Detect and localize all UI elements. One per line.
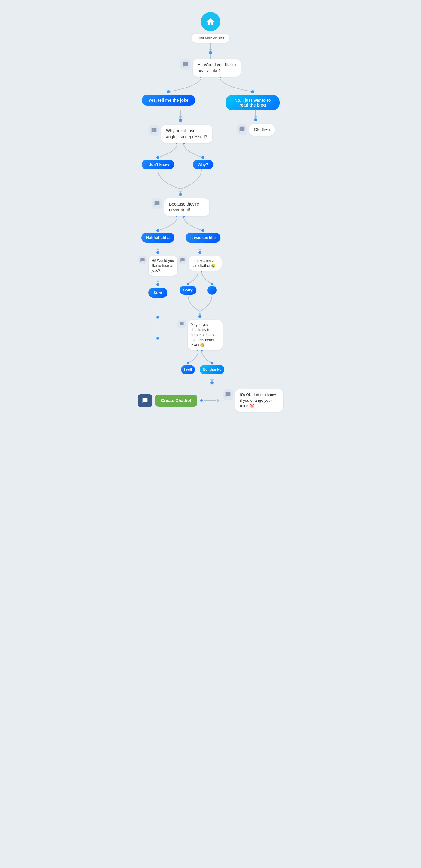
iwill-col: I will (177, 350, 198, 374)
maybe-bubble: Maybe you should try to create a chatbot… (188, 320, 223, 350)
repeat-node: Hi! Would you like to hear a joke? (138, 256, 177, 276)
connector (255, 111, 256, 116)
sorry-line (177, 271, 198, 286)
q2-node: Why are obtuse angles so depressed? (149, 125, 212, 143)
arrow-left (217, 399, 220, 402)
arrow (156, 249, 160, 251)
maybe-node: Maybe you should try to create a chatbot… (177, 320, 223, 350)
home-icon (201, 12, 220, 31)
dot (156, 337, 159, 340)
dot (156, 251, 159, 254)
yes-branch: Yes, tell me the joke (135, 77, 201, 106)
svg-point-16 (197, 350, 198, 351)
connector (180, 111, 181, 117)
svg-point-5 (156, 156, 159, 159)
q1-node: Hi! Would you like to hear a joke? (180, 59, 241, 77)
why-button[interactable]: Why? (193, 159, 213, 169)
arrow (209, 49, 212, 51)
svg-point-2 (220, 77, 221, 78)
dot (156, 316, 159, 319)
connector (210, 54, 211, 59)
nothanks-line (201, 350, 223, 365)
terrible-button[interactable]: It was terrbile (186, 232, 220, 243)
dot (179, 193, 182, 196)
flowchart-canvas: First visit on site Hi! Would you like t… (96, 12, 325, 844)
nothanks-button[interactable]: No, thanks (200, 365, 224, 374)
dot (156, 283, 159, 286)
arrow (179, 190, 182, 193)
svg-point-9 (156, 229, 159, 232)
iwill-line (177, 350, 198, 365)
arrow (198, 313, 202, 315)
sorry-merge (177, 294, 223, 313)
svg-point-19 (211, 362, 213, 365)
chat-icon-repeat (138, 256, 147, 264)
ok-then-node: Ok, then (237, 124, 275, 136)
left-col: Why are obtuse angles so depressed? I do… (135, 111, 226, 386)
chat-icon-okthen (237, 124, 248, 134)
iwill-button[interactable]: I will (181, 365, 195, 374)
chat-icon-q2 (149, 125, 159, 136)
sad-node: It makes me a sad chatbot 😢 (178, 256, 222, 271)
svg-point-14 (201, 271, 203, 272)
arrow (156, 280, 160, 283)
dont-know-button[interactable]: I don't know (142, 159, 174, 169)
sure-button[interactable]: Sure (148, 288, 168, 298)
connector (158, 319, 158, 337)
connector (212, 374, 212, 379)
dont-know-col: I don't know (138, 143, 177, 169)
connector (158, 298, 158, 316)
right-col: Ok, then (226, 111, 286, 136)
ok-then-bubble: Ok, then (249, 124, 275, 136)
sorry-button[interactable]: Sorry (180, 286, 196, 294)
connector (158, 276, 158, 280)
haha-down: Hi! Would you like to hear a joke? Sure (138, 243, 177, 340)
ellipsis-line (201, 271, 223, 286)
connector (158, 243, 158, 249)
dot (198, 315, 201, 318)
branch-line-right (220, 77, 286, 95)
dot (179, 119, 182, 122)
svg-point-11 (201, 229, 204, 232)
haha-line (138, 216, 177, 232)
start-node: First visit on site (192, 12, 229, 43)
connector (200, 243, 200, 249)
why-line (184, 143, 223, 159)
terrible-down: It makes me a sad chatbot 😢 Sorry (177, 243, 223, 386)
bottom-row: Create Chatbot It's OK. Let me know if y… (105, 389, 316, 412)
because-bubble: Because they're never right! (164, 198, 209, 216)
chat-icon-sad (178, 256, 187, 264)
terrible-col: It was terrbile (184, 216, 223, 243)
svg-point-7 (201, 156, 204, 159)
its-ok-bubble: It's OK. Let me know if you change your … (235, 389, 283, 412)
why-col: Why? (184, 143, 223, 169)
dot (254, 118, 257, 121)
first-visit-label: First visit on site (192, 34, 229, 43)
svg-point-15 (211, 283, 213, 285)
yes-button[interactable]: Yes, tell me the joke (142, 95, 195, 106)
its-ok-col (201, 374, 223, 386)
dot (209, 51, 212, 54)
svg-point-12 (197, 271, 198, 272)
no-branch: No, I just wanto to read the blog (220, 77, 286, 111)
arrow (198, 249, 202, 251)
svg-point-10 (184, 216, 185, 218)
sorry-col: Sorry (177, 271, 198, 294)
no-button[interactable]: No, I just wanto to read the blog (226, 95, 280, 111)
create-chatbot-button[interactable]: Create Chatbot (155, 395, 197, 407)
svg-point-18 (201, 350, 203, 351)
ellipsis-button[interactable]: ... (207, 286, 217, 294)
haha-button[interactable]: Hahhahahha (141, 232, 174, 243)
its-ok-node: It's OK. Let me know if you change your … (223, 389, 283, 412)
connector (210, 43, 211, 49)
merge-line (138, 169, 223, 190)
q2-bubble: Why are obtuse angles so depressed? (161, 125, 212, 143)
dot (198, 251, 201, 254)
h-connector (204, 400, 216, 401)
arrow (254, 116, 257, 118)
terrible-line (184, 216, 223, 232)
dot (210, 381, 214, 384)
chatbot-icon-button[interactable] (138, 394, 152, 407)
arrow (210, 379, 214, 381)
svg-point-3 (251, 90, 254, 93)
